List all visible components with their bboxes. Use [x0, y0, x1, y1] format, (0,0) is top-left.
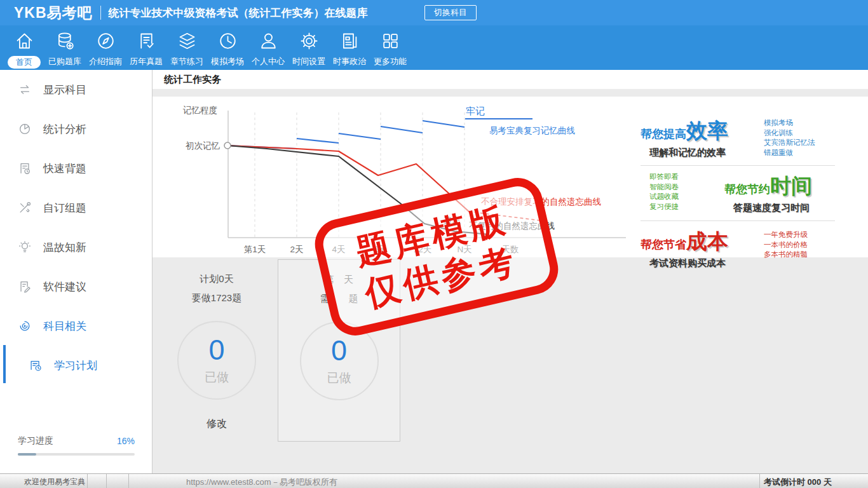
done-count-label: 已做	[327, 370, 351, 386]
nav-label: 更多功能	[374, 56, 407, 67]
plan-day: 第 天	[278, 274, 400, 286]
sidebar-item-quick-memorize[interactable]: 快速背题	[0, 149, 152, 188]
app-logo: YKB易考吧	[14, 3, 93, 23]
nav-label: 章节练习	[170, 56, 203, 67]
clock-icon	[217, 30, 238, 54]
status-welcome: 欢迎使用易考宝典	[24, 477, 85, 487]
sidebar-item-custom-quiz[interactable]: 自订组题	[0, 188, 152, 227]
svg-text:遗忘: 遗忘	[444, 216, 461, 226]
topbar: YKB易考吧 统计专业技术中级资格考试（统计工作实务）在线题库 切换科目	[0, 0, 868, 25]
progress-label: 学习进度	[18, 435, 53, 447]
active-indicator-bar	[3, 345, 6, 383]
status-divider	[128, 474, 129, 488]
sidebar-item-show-subjects[interactable]: 显示科目	[0, 70, 152, 109]
topbar-divider	[100, 6, 101, 20]
promo-headline: 帮您节省成本	[641, 227, 764, 256]
sidebar-item-statistics[interactable]: 统计分析	[0, 109, 152, 149]
progress-bar-fill	[18, 453, 36, 456]
promo-list: 模拟考场 强化训练 艾宾浩斯记忆法 错题重做	[764, 117, 835, 159]
subject-related-icon	[18, 319, 32, 333]
promo-panel: 帮您提高效率 理解和记忆的效率 模拟考场 强化训练 艾宾浩斯记忆法 错题重做 即…	[641, 114, 835, 272]
news-icon	[339, 30, 360, 54]
plan-card-today: 第 天 需 题 0 已做	[278, 259, 400, 442]
chart-canvas: 第1天2天4天6天12天N天天数记忆程度初次记忆牢记易考宝典复习记忆曲线不合理安…	[178, 97, 648, 255]
svg-text:第1天: 第1天	[244, 245, 266, 254]
flashcard-icon	[18, 161, 32, 175]
nav-label: 个人中心	[252, 56, 285, 67]
nav-label: 已购题库	[48, 56, 81, 67]
divider-band	[153, 89, 868, 97]
nav-item-time-settings[interactable]: 时间设置	[288, 25, 329, 70]
nav-label: 时间设置	[292, 56, 325, 67]
nav-item-mock-exam[interactable]: 模拟考场	[207, 25, 248, 70]
status-bar: 欢迎使用易考宝典 https://www.etest8.com－易考吧版权所有 …	[0, 473, 868, 488]
done-count-circle: 0 已做	[300, 322, 379, 400]
status-copyright: https://www.etest8.com－易考吧版权所有	[186, 477, 337, 488]
svg-text:6天: 6天	[374, 245, 387, 254]
content-title-bar: 统计工作实务	[153, 70, 868, 89]
app-window: YKB易考吧 统计专业技术中级资格考试（统计工作实务）在线题库 切换科目 首页 …	[0, 0, 868, 488]
promo-headline: 帮您提高效率	[641, 117, 764, 146]
promo-divider	[641, 220, 835, 221]
svg-text:记忆程度: 记忆程度	[182, 105, 217, 115]
sidebar-item-review[interactable]: 温故知新	[0, 227, 152, 267]
study-plan-icon	[29, 358, 43, 372]
promo-subline: 理解和记忆的效率	[641, 147, 764, 159]
nav-item-past-papers[interactable]: 历年真题	[126, 25, 166, 70]
done-count-label: 已做	[205, 369, 229, 386]
nav-item-current-politics[interactable]: 时事政治	[329, 25, 370, 70]
plan-card-total: 计划0天 要做1723题 0 已做 修改	[156, 264, 278, 431]
nav-item-personal-center[interactable]: 个人中心	[248, 25, 288, 70]
swap-icon	[18, 83, 32, 97]
nav-item-purchased-banks[interactable]: 已购题库	[44, 25, 85, 70]
nav-label: 介绍指南	[89, 56, 122, 67]
promo-time-section: 即答即看 智能阅卷 试题收藏 复习便捷 帮您节约时间 答题速度复习时间	[641, 170, 835, 217]
sidebar-item-label: 温故知新	[43, 240, 86, 255]
sidebar-item-label: 科目相关	[43, 319, 86, 334]
svg-text:4天: 4天	[332, 245, 345, 254]
pie-chart-icon	[18, 122, 32, 136]
main-nav: 首页 已购题库 介绍指南 历年真题 章节练习 模拟考场 个人中心 时间设置	[0, 25, 868, 70]
nav-label: 首页	[8, 56, 41, 69]
nav-item-home[interactable]: 首页	[4, 25, 44, 70]
nav-label: 历年真题	[130, 56, 163, 67]
sidebar-item-label: 显示科目	[43, 83, 86, 97]
exam-subtitle: 统计专业技术中级资格考试（统计工作实务）在线题库	[109, 6, 368, 20]
svg-text:2天: 2天	[290, 245, 303, 254]
compass-icon	[95, 30, 116, 54]
svg-text:易考宝典复习记忆曲线: 易考宝典复习记忆曲线	[489, 126, 575, 135]
nav-item-guide[interactable]: 介绍指南	[85, 25, 126, 70]
bulb-icon	[18, 240, 32, 254]
tools-icon	[18, 201, 32, 215]
done-count: 0	[208, 336, 224, 364]
sidebar-item-study-plan[interactable]: 学习计划	[0, 346, 152, 385]
sidebar-item-label: 软件建议	[43, 280, 86, 294]
sidebar-item-label: 学习计划	[54, 358, 97, 373]
promo-cost-section: 帮您节省成本 考试资料购买成本 一年免费升级 一本书的价格 多本书的精髓	[641, 225, 835, 272]
progress-value: 16%	[117, 436, 135, 446]
home-icon	[14, 30, 35, 54]
switch-subject-button[interactable]: 切换科目	[424, 5, 477, 20]
svg-text:初次记忆: 初次记忆	[186, 141, 220, 151]
nav-item-more[interactable]: 更多功能	[370, 25, 410, 70]
sidebar-item-software-feedback[interactable]: 软件建议	[0, 267, 152, 306]
svg-text:不合理安排复习的自然遗忘曲线: 不合理安排复习的自然遗忘曲线	[481, 197, 601, 207]
sidebar-item-label: 快速背题	[43, 161, 86, 176]
grid-icon	[380, 30, 401, 54]
svg-text:不复习的自然遗忘曲线: 不复习的自然遗忘曲线	[469, 221, 555, 231]
svg-text:天数: 天数	[502, 245, 519, 254]
done-count-circle: 0 已做	[177, 321, 256, 400]
modify-button[interactable]: 修改	[156, 417, 278, 431]
sidebar-item-subject-related[interactable]: 科目相关	[0, 306, 152, 346]
promo-list: 即答即看 智能阅卷 试题收藏 复习便捷	[641, 172, 702, 214]
plan-days: 计划0天	[156, 273, 278, 285]
sidebar-item-label: 统计分析	[43, 122, 86, 137]
nav-item-chapter-practice[interactable]: 章节练习	[166, 25, 207, 70]
promo-headline: 帮您节约时间	[724, 172, 835, 201]
progress-bar-track	[18, 453, 135, 456]
exam-countdown: 考试倒计时 000 天	[764, 477, 832, 488]
promo-list: 一年免费升级 一本书的价格 多本书的精髓	[764, 227, 835, 269]
done-count: 0	[331, 336, 347, 365]
edit-doc-icon	[18, 280, 32, 294]
svg-text:牢记: 牢记	[466, 105, 485, 116]
